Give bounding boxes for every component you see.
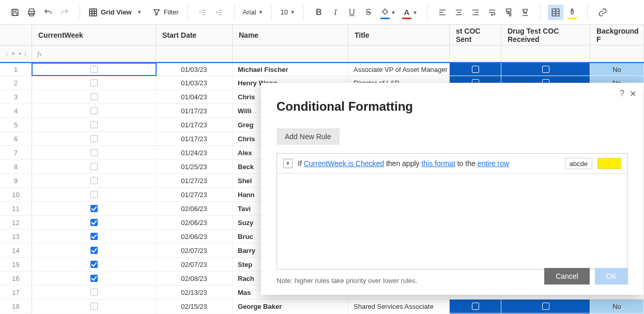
cancel-button[interactable]: Cancel [544, 268, 590, 285]
checkbox[interactable] [542, 303, 549, 310]
column-header-title[interactable]: Title [348, 25, 450, 45]
align-left-icon[interactable] [435, 5, 450, 20]
checkbox[interactable] [90, 149, 98, 156]
cell-startdate[interactable]: 02/06/23 [156, 230, 233, 243]
checkbox[interactable] [90, 261, 98, 268]
link-icon[interactable] [595, 5, 610, 20]
cell-startdate[interactable]: 02/07/23 [156, 258, 233, 271]
filter-button[interactable]: Filter [148, 5, 183, 20]
rule-condition-link[interactable]: CurrentWeek is Checked [304, 159, 384, 168]
cell-background[interactable]: No [590, 63, 644, 76]
rule-color-swatch[interactable] [597, 158, 621, 169]
add-new-rule-button[interactable]: Add New Rule [277, 128, 340, 145]
view-selector[interactable]: Grid View ▼ [84, 5, 146, 20]
cell-startdate[interactable]: 02/06/23 [156, 202, 233, 215]
cell-startdate[interactable]: 01/04/23 [156, 90, 233, 103]
column-header-startdate[interactable]: Start Date [156, 25, 233, 45]
clear-format-icon[interactable] [517, 5, 533, 20]
checkbox[interactable] [90, 219, 98, 226]
outdent-icon[interactable] [195, 5, 210, 20]
cell-currentweek[interactable] [32, 90, 156, 103]
cell-startdate[interactable]: 01/27/23 [156, 188, 233, 201]
cell-coc-sent[interactable] [450, 300, 501, 313]
checkbox[interactable] [90, 79, 98, 86]
cell-currentweek[interactable] [32, 300, 156, 313]
wrap-text-icon[interactable] [484, 5, 500, 20]
cell-startdate[interactable]: 02/06/23 [156, 216, 233, 229]
cell-title[interactable]: Shared Services Associate [348, 300, 450, 313]
checkbox[interactable] [90, 107, 98, 114]
cell-name[interactable]: George Baker [233, 300, 348, 313]
cell-coc-sent[interactable] [450, 63, 501, 76]
ok-button[interactable]: OK [595, 268, 628, 285]
rule-item[interactable]: ▼ If CurrentWeek is Checked then apply t… [277, 154, 627, 174]
cell-currentweek[interactable] [32, 244, 156, 257]
column-header-background[interactable]: Background F [590, 25, 644, 45]
cell-startdate[interactable]: 02/15/23 [156, 300, 233, 313]
font-family-select[interactable]: Arial ▼ [239, 5, 268, 20]
cell-startdate[interactable]: 01/25/23 [156, 160, 233, 173]
cell-currentweek[interactable] [32, 286, 156, 299]
checkbox[interactable] [542, 66, 549, 73]
cell-currentweek[interactable] [32, 132, 156, 145]
cell-startdate[interactable]: 01/17/23 [156, 132, 233, 145]
checkbox[interactable] [90, 275, 98, 282]
column-header-name[interactable]: Name [233, 25, 348, 45]
highlight-icon[interactable] [564, 5, 580, 20]
column-header-coc-sent[interactable]: st COC Sent [450, 25, 501, 45]
cell-startdate[interactable]: 01/17/23 [156, 118, 233, 131]
cell-startdate[interactable]: 01/24/23 [156, 146, 233, 159]
checkbox[interactable] [90, 66, 98, 73]
cell-startdate[interactable]: 02/13/23 [156, 286, 233, 299]
cell-coc-recv[interactable] [501, 300, 590, 313]
checkbox[interactable] [90, 163, 98, 170]
fx-cell[interactable]: fx [32, 46, 156, 62]
checkbox[interactable] [472, 66, 479, 73]
help-button[interactable]: ? [620, 89, 624, 99]
close-button[interactable]: ✕ [630, 89, 636, 99]
cell-startdate[interactable]: 01/03/23 [156, 63, 233, 76]
checkbox[interactable] [90, 191, 98, 198]
conditional-format-icon[interactable] [548, 5, 563, 20]
cell-title[interactable]: Associate VP of Asset Manager [348, 63, 450, 76]
checkbox[interactable] [90, 289, 98, 296]
cell-background[interactable]: No [590, 300, 644, 313]
cell-currentweek[interactable] [32, 146, 156, 159]
undo-icon[interactable] [40, 5, 56, 20]
rule-target-link[interactable]: entire row [478, 159, 509, 168]
bold-icon[interactable]: B [311, 5, 327, 20]
checkbox[interactable] [90, 135, 98, 142]
table-row[interactable]: 101/03/23Michael FischerAssociate VP of … [0, 62, 644, 76]
underline-icon[interactable]: U [344, 5, 360, 20]
cell-currentweek[interactable] [32, 216, 156, 229]
format-painter-icon[interactable] [501, 5, 516, 20]
cell-currentweek[interactable] [32, 230, 156, 243]
cell-startdate[interactable]: 01/17/23 [156, 104, 233, 117]
cell-currentweek[interactable] [32, 104, 156, 117]
cell-startdate[interactable]: 01/03/23 [156, 76, 233, 89]
column-header-coc-recv[interactable]: Drug Test COC Received [501, 25, 590, 45]
checkbox[interactable] [90, 93, 98, 100]
cell-currentweek[interactable] [32, 202, 156, 215]
cell-currentweek[interactable] [32, 76, 156, 89]
cell-coc-recv[interactable] [501, 63, 590, 76]
checkbox[interactable] [472, 303, 479, 310]
cell-currentweek[interactable] [32, 63, 156, 76]
checkbox[interactable] [90, 233, 98, 240]
rule-dropdown-icon[interactable]: ▼ [283, 159, 293, 168]
fill-color-icon[interactable]: ▼ [377, 5, 393, 20]
align-right-icon[interactable] [468, 5, 483, 20]
checkbox[interactable] [90, 205, 98, 212]
checkbox[interactable] [90, 303, 98, 310]
cell-startdate[interactable]: 02/08/23 [156, 272, 233, 285]
indent-icon[interactable] [211, 5, 227, 20]
cell-currentweek[interactable] [32, 188, 156, 201]
cell-currentweek[interactable] [32, 272, 156, 285]
cell-currentweek[interactable] [32, 174, 156, 187]
align-center-icon[interactable] [451, 5, 467, 20]
save-icon[interactable] [7, 5, 23, 20]
text-color-icon[interactable]: A ▼ [399, 5, 415, 20]
cell-name[interactable]: Michael Fischer [233, 63, 348, 76]
cell-currentweek[interactable] [32, 160, 156, 173]
cell-currentweek[interactable] [32, 118, 156, 131]
